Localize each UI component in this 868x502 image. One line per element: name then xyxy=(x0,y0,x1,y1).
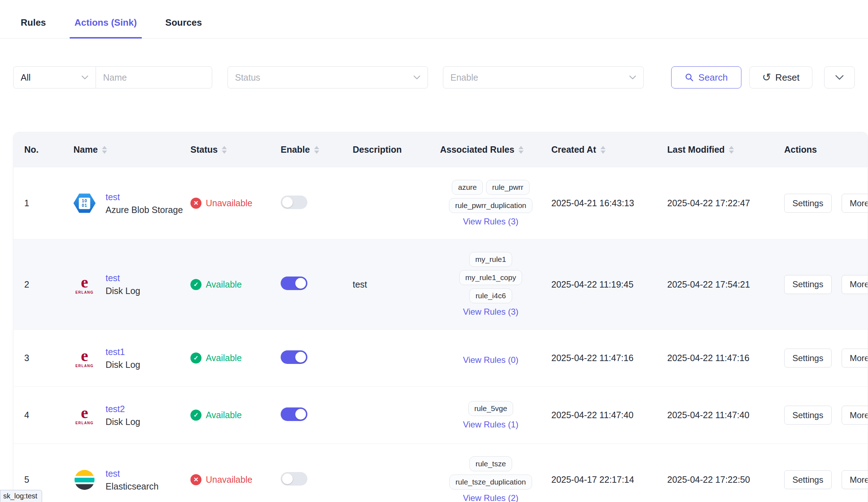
table-row: 1 1001 test Azure Blob Storage ✕ Unavail… xyxy=(14,167,868,239)
more-button[interactable]: More xyxy=(842,194,868,213)
column-header-associated-rules[interactable]: Associated Rules xyxy=(430,144,551,155)
view-rules-link[interactable]: View Rules (0) xyxy=(463,355,519,365)
settings-button[interactable]: Settings xyxy=(784,406,832,425)
action-name-link[interactable]: test xyxy=(106,191,183,203)
created-at-cell: 2025-04-22 11:47:40 xyxy=(551,397,667,433)
more-button[interactable]: More xyxy=(842,470,868,489)
rule-tag: rule_tsze_duplication xyxy=(449,475,532,490)
description-cell xyxy=(353,191,430,216)
settings-button[interactable]: Settings xyxy=(784,349,832,367)
column-header-label: Last Modified xyxy=(667,144,725,155)
column-header-label: Status xyxy=(190,144,218,155)
enable-toggle[interactable] xyxy=(281,277,307,290)
created-at-cell: 2025-04-17 22:17:14 xyxy=(551,462,667,497)
description-cell xyxy=(353,346,430,371)
table-header-row: No. Name Status Enable Description Assoc… xyxy=(14,132,868,167)
filter-type-select[interactable]: All xyxy=(13,66,96,88)
settings-button[interactable]: Settings xyxy=(784,470,832,489)
sort-icon[interactable] xyxy=(314,146,319,154)
rule-tag: my_rule1_copy xyxy=(459,270,522,285)
tab-rules[interactable]: Rules xyxy=(21,7,46,38)
connector-type-label: Elasticsearch xyxy=(106,480,159,493)
actions-cell: Settings More xyxy=(784,393,868,437)
view-rules-link[interactable]: View Rules (2) xyxy=(463,493,519,502)
status-cell: ✓ Available xyxy=(190,340,281,376)
tab-actions-sink[interactable]: Actions (Sink) xyxy=(75,7,137,38)
column-header-label: Name xyxy=(73,144,98,155)
column-header-label: Description xyxy=(353,144,402,155)
collapse-filters-button[interactable] xyxy=(824,66,855,88)
name-cell: 1001 test Azure Blob Storage xyxy=(66,178,190,229)
description-cell xyxy=(353,403,430,428)
filter-status-select[interactable]: Status xyxy=(228,66,428,88)
tab-sources[interactable]: Sources xyxy=(165,7,202,38)
status-icon: ✕ xyxy=(190,198,201,209)
view-rules-link[interactable]: View Rules (1) xyxy=(463,420,519,430)
status-label: Available xyxy=(206,353,242,363)
connector-type-label: Disk Log xyxy=(106,358,140,371)
settings-button[interactable]: Settings xyxy=(784,194,832,213)
status-icon: ✕ xyxy=(190,474,201,485)
sort-icon[interactable] xyxy=(601,146,606,154)
last-modified-cell: 2025-04-22 17:22:47 xyxy=(667,186,784,221)
column-header-last-modified[interactable]: Last Modified xyxy=(667,144,784,155)
column-header-label: Created At xyxy=(551,144,596,155)
enable-cell xyxy=(281,264,353,305)
view-rules-link[interactable]: View Rules (3) xyxy=(463,217,519,227)
reset-icon: ↺ xyxy=(762,72,771,83)
rule-tag: azure xyxy=(452,180,483,195)
status-icon: ✓ xyxy=(190,279,201,290)
action-name-link[interactable]: test xyxy=(106,467,159,480)
action-name-link[interactable]: test xyxy=(106,272,140,284)
created-at-cell: 2025-04-22 11:47:16 xyxy=(551,340,667,376)
row-number-cell: 4 xyxy=(14,397,66,433)
chevron-down-icon xyxy=(629,75,636,80)
search-button[interactable]: Search xyxy=(671,66,741,88)
filter-enable-select[interactable]: Enable xyxy=(443,66,644,88)
action-name-link[interactable]: test2 xyxy=(106,402,140,415)
reset-button[interactable]: ↺ Reset xyxy=(749,66,812,88)
enable-toggle[interactable] xyxy=(281,350,307,364)
status-cell: ✓ Available xyxy=(190,397,281,433)
filter-status-placeholder: Status xyxy=(235,72,260,83)
chevron-down-icon xyxy=(413,75,420,80)
status-cell: ✕ Unavailable xyxy=(190,185,281,221)
rule-tags: azurerule_pwrrrule_pwrr_duplication xyxy=(440,180,541,213)
column-header-created-at[interactable]: Created At xyxy=(551,144,667,155)
header-tabs: Rules Actions (Sink) Sources xyxy=(0,0,868,39)
rule-tag: rule_tsze xyxy=(469,456,512,471)
column-header-status[interactable]: Status xyxy=(190,144,281,155)
table-row: 5 test Elasticsearch ✕ Unavailable rule_… xyxy=(14,443,868,502)
enable-cell xyxy=(281,338,353,379)
sort-icon[interactable] xyxy=(222,146,227,154)
enable-toggle[interactable] xyxy=(281,407,307,421)
sort-icon[interactable] xyxy=(729,146,734,154)
enable-cell xyxy=(281,183,353,224)
sort-icon[interactable] xyxy=(519,146,524,154)
description-cell xyxy=(353,467,430,492)
associated-rules-cell: rule_5vge View Rules (1) xyxy=(430,389,551,442)
last-modified-cell: 2025-04-22 11:47:40 xyxy=(667,397,784,433)
more-button[interactable]: More xyxy=(842,349,868,367)
more-button[interactable]: More xyxy=(842,406,868,425)
more-button[interactable]: More xyxy=(842,275,868,294)
enable-toggle[interactable] xyxy=(281,196,307,209)
action-name-link[interactable]: test1 xyxy=(106,345,140,358)
enable-toggle[interactable] xyxy=(281,472,307,486)
azure-blob-storage-icon: 1001 xyxy=(73,193,96,213)
view-rules-link[interactable]: View Rules (3) xyxy=(463,307,519,317)
column-header-label: No. xyxy=(24,144,39,155)
associated-rules-cell: azurerule_pwrrrule_pwrr_duplication View… xyxy=(430,167,551,239)
filter-name-input[interactable] xyxy=(96,66,212,88)
associated-rules-cell: rule_tszerule_tsze_duplication View Rule… xyxy=(430,444,551,502)
sort-icon[interactable] xyxy=(102,146,107,154)
column-header-enable[interactable]: Enable xyxy=(281,144,353,155)
status-label: Unavailable xyxy=(206,475,252,485)
rule-tag: rule_pwrr xyxy=(486,180,530,195)
status-icon: ✓ xyxy=(190,410,201,421)
row-number-cell: 3 xyxy=(14,340,66,376)
settings-button[interactable]: Settings xyxy=(784,275,832,294)
column-header-name[interactable]: Name xyxy=(66,144,190,155)
actions-table-card: No. Name Status Enable Description Assoc… xyxy=(13,132,868,502)
column-header-label: Enable xyxy=(281,144,310,155)
